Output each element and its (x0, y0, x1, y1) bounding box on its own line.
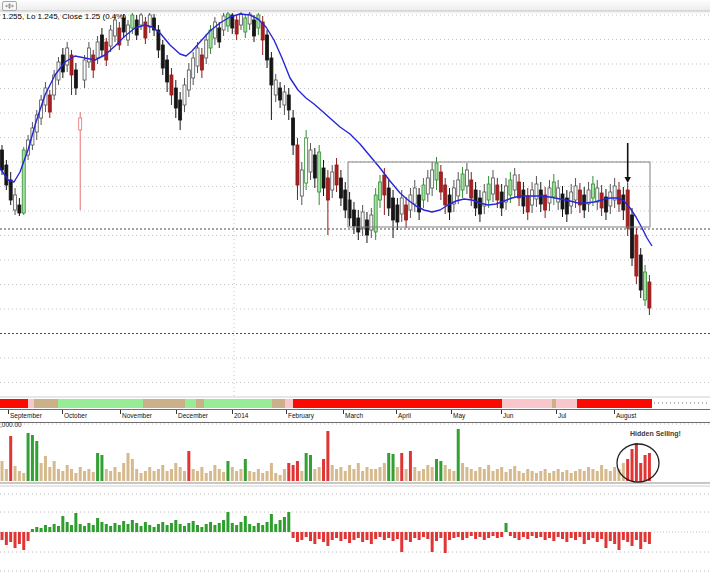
oscillator-bar (144, 522, 147, 532)
oscillator-bar (300, 532, 303, 540)
oscillator-bar (35, 527, 38, 532)
volume-bar (435, 459, 438, 481)
volume-bar (596, 471, 599, 481)
oscillator-bar (648, 532, 651, 544)
oscillator-bar (331, 532, 334, 540)
volume-bar (74, 473, 77, 481)
volume-bar (205, 473, 208, 481)
volume-bar (209, 471, 212, 481)
volume-bar (79, 467, 82, 481)
oscillator-bar (409, 532, 412, 542)
oscillator-bar (405, 532, 408, 540)
candle (9, 180, 12, 200)
volume-bar (548, 473, 551, 481)
candle (113, 20, 116, 36)
volume-bar (87, 469, 90, 481)
oscillator-bar (609, 532, 612, 541)
oscillator-bar (209, 522, 212, 532)
oscillator-bar (513, 532, 516, 538)
oscillator-bar (105, 524, 108, 532)
volume-bar (604, 469, 607, 481)
volume-bar (339, 467, 342, 481)
volume-bar (561, 472, 564, 481)
volume-bar (35, 441, 38, 481)
candle (131, 15, 134, 28)
oscillator-bar (140, 526, 143, 532)
hidden-selling-annotation: Hidden Selling! (630, 430, 681, 437)
oscillator-bar (196, 525, 199, 532)
pan-tool-button[interactable] (2, 1, 17, 11)
volume-bar (270, 463, 273, 481)
oscillator-bar (200, 527, 203, 532)
chart-canvas[interactable] (0, 0, 710, 575)
oscillator-bar (18, 532, 21, 544)
oscillator-bar (544, 532, 547, 540)
candle (444, 185, 447, 205)
candle (179, 100, 182, 120)
volume-bar (461, 463, 464, 481)
volume-bar (518, 471, 521, 481)
volume-bar (179, 467, 182, 481)
move-icon (5, 3, 14, 9)
oscillator-bar (118, 525, 121, 532)
candle (535, 184, 538, 199)
candle (418, 195, 421, 212)
oscillator-bar (274, 524, 277, 532)
candle (161, 45, 164, 68)
oscillator-bar (96, 518, 99, 532)
volume-bar (509, 469, 512, 481)
volume-bar (22, 473, 25, 481)
oscillator-bar (604, 532, 607, 548)
candle (465, 170, 468, 186)
candle (400, 198, 403, 214)
candle (318, 152, 321, 192)
candle (478, 198, 481, 214)
volume-bar (131, 459, 134, 481)
oscillator-bar (135, 523, 138, 532)
candle (648, 282, 651, 308)
oscillator-bar (127, 524, 130, 532)
oscillator-bar (183, 526, 186, 532)
oscillator-bar (318, 532, 321, 539)
volume-bar (396, 467, 399, 481)
candle (405, 205, 408, 220)
volume-bar (635, 443, 638, 481)
candle (392, 198, 395, 220)
volume-bar (487, 465, 490, 481)
oscillator-bar (270, 514, 273, 532)
oscillator-bar (187, 523, 190, 532)
oscillator-bar (335, 532, 338, 538)
volume-bar (14, 466, 17, 481)
oscillator-bar (79, 524, 82, 532)
oscillator-bar (365, 532, 368, 540)
volume-bar (400, 453, 403, 481)
volume-bar (491, 471, 494, 481)
volume-bar (587, 467, 590, 481)
candle (235, 20, 238, 34)
oscillator-bar (326, 532, 329, 546)
volume-bar (465, 467, 468, 481)
oscillator-bar (170, 523, 173, 532)
volume-bar (444, 465, 447, 481)
candle (218, 28, 221, 42)
oscillator-bar (361, 532, 364, 542)
volume-layer (1, 429, 651, 481)
volume-bar (365, 467, 368, 481)
volume-bar (426, 465, 429, 481)
candle (574, 186, 577, 200)
oscillator-bar (370, 532, 373, 544)
volume-bar (544, 469, 547, 481)
candle (209, 30, 212, 48)
volume-bar (374, 469, 377, 481)
candle (14, 195, 17, 210)
oscillator-bar (509, 532, 512, 536)
down-arrow-annotation[interactable] (625, 177, 631, 183)
volume-bar (170, 469, 173, 481)
oscillator-bar (70, 525, 73, 532)
volume-bar (322, 459, 325, 481)
volume-bar (631, 449, 634, 481)
volume-bar (296, 461, 299, 481)
volume-bar (27, 433, 30, 481)
candle (644, 272, 647, 300)
volume-bar (40, 463, 43, 481)
